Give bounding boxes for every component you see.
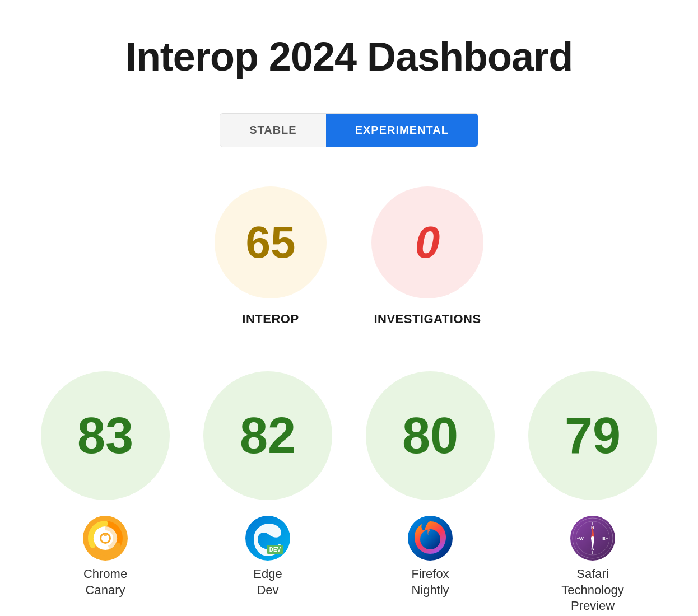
tab-switcher: STABLE EXPERIMENTAL — [220, 113, 478, 147]
tab-experimental[interactable]: EXPERIMENTAL — [326, 114, 478, 147]
edge-dev-score-circle: 82 — [203, 371, 332, 500]
tab-stable[interactable]: STABLE — [220, 114, 326, 147]
chrome-canary-score-circle: 83 — [41, 371, 170, 500]
interop-score-value: 65 — [246, 220, 296, 265]
svg-text:DEV: DEV — [269, 547, 281, 553]
investigations-score-value: 0 — [415, 220, 440, 265]
firefox-nightly-browser-info: FirefoxNightly — [408, 516, 453, 598]
page-title: Interop 2024 Dashboard — [125, 34, 573, 80]
safari-tp-name: SafariTechnologyPreview — [561, 566, 623, 614]
browser-item-edge-dev: 82 DEV — [203, 371, 332, 598]
safari-tp-icon: N S E W — [570, 516, 615, 561]
svg-text:E: E — [602, 536, 606, 541]
svg-text:W: W — [579, 536, 584, 541]
firefox-nightly-name: FirefoxNightly — [411, 566, 449, 598]
browser-item-firefox-nightly: 80 — [366, 371, 495, 598]
svg-point-27 — [591, 536, 594, 540]
safari-tp-score-circle: 79 — [528, 371, 657, 500]
firefox-nightly-score-circle: 80 — [366, 371, 495, 500]
edge-dev-name: EdgeDev — [253, 566, 282, 598]
interop-score-circle: 65 — [215, 186, 327, 298]
chrome-canary-score-value: 83 — [77, 410, 133, 461]
svg-point-13 — [420, 529, 440, 549]
firefox-nightly-icon — [408, 516, 453, 561]
chrome-canary-icon — [83, 516, 128, 561]
chrome-canary-name: ChromeCanary — [83, 566, 127, 598]
investigations-score-circle: 0 — [371, 186, 483, 298]
chrome-canary-browser-info: ChromeCanary — [83, 516, 128, 598]
browsers-section: 83 ChromeCanary 82 — [41, 371, 657, 614]
interop-score-item: 65 INTEROP — [215, 186, 327, 326]
investigations-score-item: 0 INVESTIGATIONS — [371, 186, 483, 326]
firefox-nightly-score-value: 80 — [402, 410, 458, 461]
browser-item-safari-tp: 79 N — [528, 371, 657, 614]
safari-tp-score-value: 79 — [565, 410, 621, 461]
investigations-score-label: INVESTIGATIONS — [374, 312, 481, 326]
edge-dev-browser-info: DEV EdgeDev — [245, 516, 290, 598]
safari-tp-browser-info: N S E W SafariTechnologyPreview — [561, 516, 623, 614]
edge-dev-score-value: 82 — [240, 410, 296, 461]
top-scores-section: 65 INTEROP 0 INVESTIGATIONS — [215, 186, 483, 326]
browser-item-chrome-canary: 83 ChromeCanary — [41, 371, 170, 598]
edge-dev-icon: DEV — [245, 516, 290, 561]
svg-point-7 — [104, 533, 107, 536]
interop-score-label: INTEROP — [242, 312, 299, 326]
